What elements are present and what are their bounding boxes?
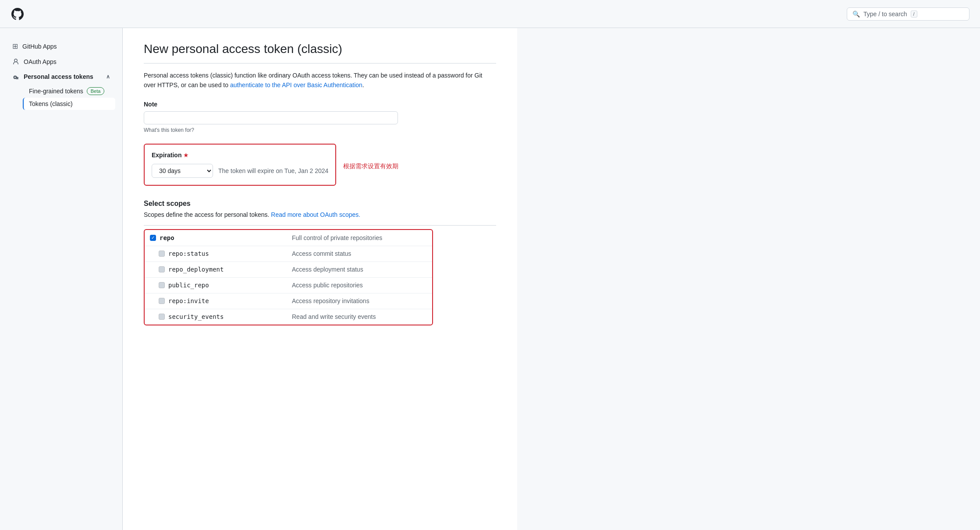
scope-desc-repo-status: Access commit status — [285, 247, 432, 261]
expiration-section: Expiration ★ 7 days 30 days 60 days 90 d… — [144, 144, 496, 189]
header: 🔍 Type / to search / — [0, 0, 980, 28]
main-content: New personal access token (classic) Pers… — [123, 28, 517, 530]
page-title: New personal access token (classic) — [144, 42, 496, 56]
sidebar-item-tokens-classic[interactable]: Tokens (classic) — [23, 98, 115, 110]
scope-desc-repo-invite: Access repository invitations — [285, 294, 432, 308]
scope-desc-repo: Full control of private repositories — [285, 231, 432, 245]
chevron-up-icon: ∧ — [106, 74, 110, 80]
checkbox-repo-deployment[interactable] — [159, 266, 165, 272]
sidebar-item-github-apps[interactable]: ⊞ GitHub Apps — [7, 39, 115, 54]
scope-name-repo: repo — [160, 234, 174, 241]
person-icon — [12, 58, 19, 65]
slash-kbd: / — [911, 11, 917, 18]
search-bar[interactable]: 🔍 Type / to search / — [847, 7, 969, 21]
scope-name-repo-status: repo:status — [168, 250, 209, 257]
scope-row-repo-status: repo:status Access commit status — [145, 246, 432, 261]
note-label: Note — [144, 101, 496, 108]
note-section: Note What's this token for? — [144, 101, 496, 133]
expiration-box: Expiration ★ 7 days 30 days 60 days 90 d… — [144, 144, 336, 186]
scope-left-repo-invite: repo:invite — [145, 294, 285, 308]
expiration-controls: 7 days 30 days 60 days 90 days Custom No… — [152, 164, 328, 178]
key-icon — [12, 73, 19, 80]
scope-row-public-repo: public_repo Access public repositories — [145, 277, 432, 293]
sidebar-item-personal-access-tokens[interactable]: Personal access tokens ∧ — [7, 70, 115, 84]
scope-left-security-events: security_events — [145, 310, 285, 324]
checkbox-repo-invite[interactable] — [159, 298, 165, 304]
fine-grained-label: Fine-grained tokens — [29, 88, 83, 95]
tokens-classic-label: Tokens (classic) — [29, 100, 73, 107]
expiration-select[interactable]: 7 days 30 days 60 days 90 days Custom No… — [152, 164, 213, 178]
github-logo — [11, 7, 25, 21]
sidebar: ⊞ GitHub Apps OAuth Apps Personal access… — [0, 28, 123, 530]
search-icon: 🔍 — [852, 11, 860, 18]
scope-row-repo-invite: repo:invite Access repository invitation… — [145, 293, 432, 309]
checkbox-repo-status[interactable] — [159, 251, 165, 257]
expiration-label: Expiration — [152, 152, 181, 159]
checkbox-repo[interactable] — [150, 235, 156, 241]
scope-name-repo-invite: repo:invite — [168, 297, 209, 304]
scope-name-security-events: security_events — [168, 313, 224, 320]
expiration-annotation: 根据需求设置有效期 — [343, 163, 398, 170]
layout: ⊞ GitHub Apps OAuth Apps Personal access… — [0, 28, 980, 530]
scopes-desc-text: Scopes define the access for personal to… — [144, 211, 271, 218]
checkbox-security-events[interactable] — [159, 314, 165, 320]
description-part2: . — [362, 81, 364, 88]
expiration-header: Expiration ★ — [152, 152, 328, 159]
scope-name-repo-deployment: repo_deployment — [168, 266, 224, 273]
scope-row-repo: repo Full control of private repositorie… — [145, 230, 432, 246]
scope-row-repo-deployment: repo_deployment Access deployment status — [145, 261, 432, 277]
sidebar-item-oauth-apps[interactable]: OAuth Apps — [7, 55, 115, 69]
beta-badge: Beta — [87, 87, 105, 95]
scopes-title: Select scopes — [144, 200, 496, 208]
expiration-row: Expiration ★ 7 days 30 days 60 days 90 d… — [144, 144, 496, 189]
scopes-container: repo Full control of private repositorie… — [144, 229, 433, 325]
description: Personal access tokens (classic) functio… — [144, 71, 486, 90]
scopes-link[interactable]: Read more about OAuth scopes. — [271, 211, 360, 218]
scope-left-repo-status: repo:status — [145, 247, 285, 261]
expiration-hint: The token will expire on Tue, Jan 2 2024 — [218, 167, 328, 174]
required-star: ★ — [183, 152, 189, 159]
scopes-divider — [144, 225, 496, 226]
scopes-section: Select scopes Scopes define the access f… — [144, 200, 496, 325]
scopes-desc: Scopes define the access for personal to… — [144, 211, 496, 218]
scope-left-repo-deployment: repo_deployment — [145, 262, 285, 276]
note-input[interactable] — [144, 111, 398, 124]
grid-icon: ⊞ — [12, 42, 18, 50]
scope-desc-public-repo: Access public repositories — [285, 278, 432, 292]
description-link[interactable]: authenticate to the API over Basic Authe… — [230, 81, 362, 88]
scope-row-security-events: security_events Read and write security … — [145, 309, 432, 325]
scope-name-public-repo: public_repo — [168, 282, 209, 289]
scope-desc-repo-deployment: Access deployment status — [285, 262, 432, 276]
search-text: Type / to search — [863, 11, 907, 18]
scope-left-repo: repo — [145, 231, 285, 245]
sidebar-sub-items: Fine-grained tokens Beta Tokens (classic… — [23, 85, 115, 110]
scope-left-public-repo: public_repo — [145, 278, 285, 292]
title-divider — [144, 63, 496, 64]
header-left — [11, 7, 25, 21]
checkbox-public-repo[interactable] — [159, 282, 165, 288]
scopes-wrapper: repo Full control of private repositorie… — [144, 229, 496, 325]
scope-desc-security-events: Read and write security events — [285, 310, 432, 324]
sidebar-item-fine-grained-tokens[interactable]: Fine-grained tokens Beta — [23, 85, 115, 98]
note-hint: What's this token for? — [144, 127, 496, 133]
